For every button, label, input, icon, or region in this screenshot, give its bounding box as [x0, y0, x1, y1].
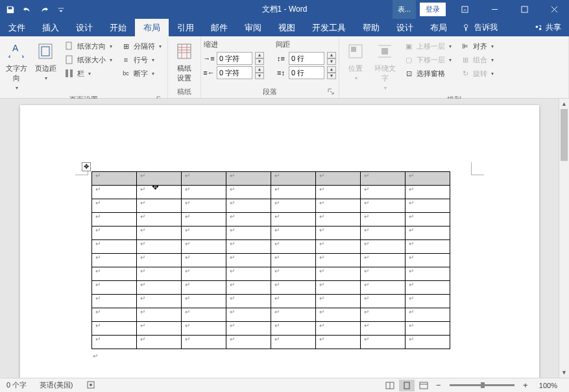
table-cell[interactable]: ↵ [181, 295, 226, 308]
table-row[interactable]: ↵↵↵↵↵↵↵↵ [91, 172, 450, 186]
table-row[interactable]: ↵↵↵↵↵↵↵↵ [91, 267, 450, 281]
table-cell[interactable]: ↵ [271, 186, 315, 199]
minimize-button[interactable] [479, 0, 509, 19]
line-numbers-button[interactable]: ≡行号▾ [117, 53, 165, 66]
table-cell[interactable]: ↵ [405, 267, 450, 281]
table-cell[interactable]: ↵ [360, 308, 405, 322]
table-cell[interactable]: ↵ [271, 172, 315, 186]
table-cell[interactable]: ↵ [315, 336, 360, 349]
space-before-up[interactable]: ▲ [327, 52, 336, 58]
table-cell[interactable]: ↵ [405, 186, 450, 199]
table-cell[interactable]: ↵ [360, 172, 405, 186]
table-cell[interactable]: ↵ [226, 336, 271, 349]
table-row[interactable]: ↵↵↵↵↵↵↵↵ [91, 281, 450, 295]
space-before-input[interactable]: 0 行 [289, 52, 324, 65]
table-cell[interactable]: ↵ [360, 254, 405, 267]
table-cell[interactable]: ↵ [181, 240, 226, 254]
table-cell[interactable]: ↵ [405, 308, 450, 322]
indent-right-down[interactable]: ▼ [255, 73, 264, 79]
table-cell[interactable]: ↵ [271, 322, 315, 336]
table-cell[interactable]: ↵ [360, 336, 405, 349]
table-cell[interactable]: ↵ [271, 336, 315, 349]
table-cell[interactable]: ↵ [271, 213, 315, 227]
table-row[interactable]: ↵↵↵↵↵↵↵↵ [91, 295, 450, 308]
table-cell[interactable]: ↵ [360, 227, 405, 240]
table-cell[interactable]: ↵ [226, 172, 271, 186]
table-cell[interactable]: ↵ [360, 213, 405, 227]
print-layout-button[interactable] [399, 380, 415, 391]
table-cell[interactable]: ↵ [181, 213, 226, 227]
hyphenation-button[interactable]: bc断字▾ [117, 67, 165, 80]
position-button[interactable]: 位置▾ [342, 38, 369, 93]
table-cell[interactable]: ↵ [181, 336, 226, 349]
table-cell[interactable]: ↵ [91, 295, 136, 308]
table-cell[interactable]: ↵ [315, 172, 360, 186]
tell-me-search[interactable]: 告诉我 [455, 19, 504, 36]
table-cell[interactable]: ↵ [405, 295, 450, 308]
table-cell[interactable]: ↵ [226, 254, 271, 267]
table-cell[interactable]: ↵ [271, 227, 315, 240]
table-cell[interactable]: ↵ [315, 254, 360, 267]
indent-left-input[interactable]: 0 字符 [217, 52, 252, 65]
table-cell[interactable]: ↵ [315, 295, 360, 308]
table-cell[interactable]: ↵ [405, 322, 450, 336]
table-row[interactable]: ↵↵↵↵↵↵↵↵ [91, 336, 450, 349]
table-cell[interactable]: ↵ [360, 186, 405, 199]
table-cell[interactable]: ↵ [226, 308, 271, 322]
table-cell[interactable]: ↵ [271, 199, 315, 213]
tab-design[interactable]: 设计 [67, 19, 101, 36]
table-cell[interactable]: ↵ [360, 295, 405, 308]
table-cell[interactable]: ↵ [226, 240, 271, 254]
table-cell[interactable]: ↵ [181, 172, 226, 186]
language-status[interactable]: 英语(美国) [33, 380, 79, 390]
selection-pane-button[interactable]: ⊡选择窗格 [400, 67, 455, 80]
table-cell[interactable]: ↵ [315, 308, 360, 322]
table-cell[interactable]: ↵ [91, 281, 136, 295]
table-cell[interactable]: ↵ [136, 322, 181, 336]
table-cell[interactable]: ↵ [91, 213, 136, 227]
table-cell[interactable]: ↵ [226, 267, 271, 281]
table-cell[interactable]: ↵ [91, 267, 136, 281]
table-row[interactable]: ↵↵↵↵↵↵↵↵ [91, 240, 450, 254]
read-mode-button[interactable] [382, 380, 398, 391]
word-count[interactable]: 0 个字 [0, 380, 33, 390]
table-cell[interactable]: ↵ [181, 281, 226, 295]
tab-view[interactable]: 视图 [270, 19, 304, 36]
table-row[interactable]: ↵↵↵↵↵↵↵↵ [91, 213, 450, 227]
table-cell[interactable]: ↵ [91, 322, 136, 336]
table-cell[interactable]: ↵ [405, 172, 450, 186]
table-cell[interactable]: ↵ [271, 254, 315, 267]
redo-button[interactable] [36, 2, 52, 18]
orientation-button[interactable]: 纸张方向▾ [61, 40, 115, 53]
table-cell[interactable]: ↵ [136, 213, 181, 227]
table-cell[interactable]: ↵ [226, 213, 271, 227]
indent-left-down[interactable]: ▼ [255, 58, 264, 65]
indent-left-up[interactable]: ▲ [255, 52, 264, 58]
table-cell[interactable]: ↵ [315, 199, 360, 213]
table-cell[interactable]: ↵ [226, 281, 271, 295]
table-cell[interactable]: ↵ [226, 227, 271, 240]
tab-file[interactable]: 文件 [0, 19, 34, 36]
table-cell[interactable]: ↵ [91, 308, 136, 322]
scroll-down-button[interactable]: ▼ [559, 367, 569, 378]
table-row[interactable]: ↵↵↵↵↵↵↵↵ [91, 308, 450, 322]
table-cell[interactable]: ↵ [136, 267, 181, 281]
table-cell[interactable]: ↵ [136, 227, 181, 240]
table-cell[interactable]: ↵ [360, 322, 405, 336]
close-button[interactable] [539, 0, 569, 19]
table-cell[interactable]: ↵ [360, 199, 405, 213]
table-cell[interactable]: ↵ [271, 240, 315, 254]
tab-layout[interactable]: 布局 [135, 19, 169, 36]
columns-button[interactable]: 栏▾ [61, 67, 115, 80]
table-cell[interactable]: ↵ [405, 254, 450, 267]
table-row[interactable]: ↵↵↵↵↵↵↵↵ [91, 227, 450, 240]
table-cell[interactable]: ↵ [360, 240, 405, 254]
table-cell[interactable]: ↵ [271, 281, 315, 295]
tab-help[interactable]: 帮助 [354, 19, 388, 36]
macro-record-button[interactable] [80, 380, 102, 391]
table-cell[interactable]: ↵ [226, 186, 271, 199]
table-cell[interactable]: ↵ [315, 227, 360, 240]
table-cell[interactable]: ↵ [91, 227, 136, 240]
table-row[interactable]: ↵↵↵↵↵↵↵↵ [91, 199, 450, 213]
table-cell[interactable]: ↵ [181, 322, 226, 336]
